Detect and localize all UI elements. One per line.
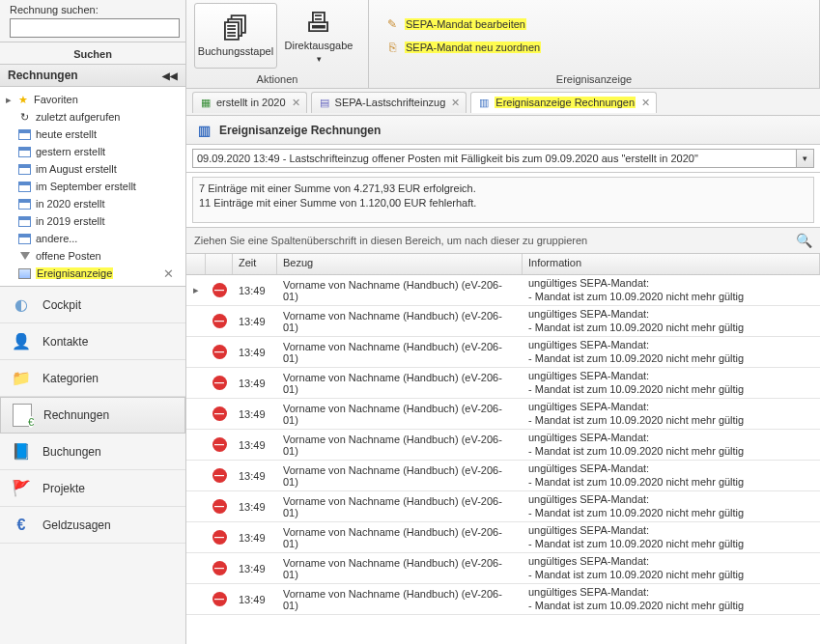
search-input[interactable] — [10, 18, 180, 38]
event-icon — [477, 96, 491, 109]
tree-september[interactable]: im September erstellt — [0, 178, 185, 195]
col-bezug[interactable]: Bezug — [277, 254, 523, 274]
chevron-down-icon: ▾ — [803, 154, 807, 163]
nav-rechnungen[interactable]: Rechnungen — [0, 397, 185, 434]
table-row[interactable]: 13:49Vorname von Nachname (Handbuch) (eV… — [186, 491, 820, 522]
cell-bezug: Vorname von Nachname (Handbuch) (eV-206-… — [277, 524, 523, 551]
collapse-icon[interactable]: ◀◀ — [162, 70, 178, 81]
search-label: Rechnung suchen: — [10, 4, 180, 15]
edit-icon — [384, 16, 400, 32]
search-button[interactable]: Suchen — [0, 42, 185, 65]
col-info[interactable]: Information — [523, 254, 820, 274]
cell-info: ungültiges SEPA-Mandat:- Mandat ist zum … — [523, 275, 820, 305]
tab-erstellt-2020[interactable]: erstellt in 2020✕ — [192, 92, 307, 113]
search-icon[interactable]: 🔍 — [796, 233, 812, 248]
dropdown-toggle[interactable]: ▾ — [797, 149, 814, 168]
calendar-icon — [199, 96, 212, 109]
cell-info: ungültiges SEPA-Mandat:- Mandat ist zum … — [523, 368, 820, 399]
tree-ereignisanzeige[interactable]: Ereignisanzeige ✕ — [0, 265, 185, 282]
nav-kategorien[interactable]: Kategorien — [0, 360, 185, 397]
table-row[interactable]: 13:49Vorname von Nachname (Handbuch) (eV… — [186, 461, 820, 491]
buchungsstapel-button[interactable]: 🗐 Buchungsstapel — [194, 3, 277, 69]
table-row[interactable]: 13:49Vorname von Nachname (Handbuch) (eV… — [186, 522, 820, 553]
calendar-icon — [17, 146, 32, 158]
error-icon — [206, 405, 233, 423]
tab-sepa[interactable]: SEPA-Lastschrifteinzug✕ — [311, 92, 467, 113]
tree-heute[interactable]: heute erstellt — [0, 126, 185, 143]
summary-box: 7 Einträge mit einer Summe von 4.271,93 … — [192, 177, 814, 223]
assign-icon — [384, 40, 400, 55]
cell-bezug: Vorname von Nachname (Handbuch) (eV-206-… — [277, 462, 523, 490]
cell-info: ungültiges SEPA-Mandat:- Mandat ist zum … — [523, 584, 820, 615]
row-indicator: ▸ — [186, 282, 206, 298]
table-row[interactable]: 13:49Vorname von Nachname (Handbuch) (eV… — [186, 337, 820, 368]
error-icon — [206, 466, 233, 485]
cell-zeit: 13:49 — [233, 283, 277, 298]
row-indicator — [186, 320, 206, 323]
sidebar-panel-title: Rechnungen — [8, 69, 78, 82]
row-indicator — [186, 536, 206, 540]
cell-bezug: Vorname von Nachname (Handbuch) (eV-206-… — [277, 308, 523, 335]
calendar-icon — [17, 198, 32, 210]
cell-info: ungültiges SEPA-Mandat:- Mandat ist zum … — [523, 399, 820, 430]
tree-2020[interactable]: in 2020 erstellt — [0, 195, 185, 212]
cell-zeit: 13:49 — [233, 437, 277, 453]
col-zeit[interactable]: Zeit — [233, 254, 277, 274]
sepa-mandat-bearbeiten[interactable]: SEPA-Mandat bearbeiten — [381, 14, 545, 34]
cockpit-icon — [10, 294, 33, 317]
cell-info: ungültiges SEPA-Mandat:- Mandat ist zum … — [523, 306, 820, 337]
tree-gestern[interactable]: gestern erstellt — [0, 143, 185, 160]
table-row[interactable]: 13:49Vorname von Nachname (Handbuch) (eV… — [186, 584, 820, 615]
star-icon: ★ — [15, 94, 30, 106]
calendar-icon — [17, 215, 32, 228]
tree-august[interactable]: im August erstellt — [0, 160, 185, 178]
group-hint: Ziehen Sie eine Spaltenüberschrift in di… — [194, 235, 587, 246]
nav-buchungen[interactable]: Buchungen — [0, 434, 185, 470]
sepa-mandat-zuordnen[interactable]: SEPA-Mandat neu zuordnen — [381, 38, 545, 57]
table-row[interactable]: 13:49Vorname von Nachname (Handbuch) (eV… — [186, 430, 820, 461]
close-icon[interactable]: ✕ — [292, 97, 300, 109]
calendar-icon — [17, 181, 32, 193]
cell-bezug: Vorname von Nachname (Handbuch) (eV-206-… — [277, 339, 523, 366]
cell-zeit: 13:49 — [233, 468, 277, 484]
cell-info: ungültiges SEPA-Mandat:- Mandat ist zum … — [523, 553, 820, 584]
wrench-icon[interactable]: ✕ — [163, 266, 174, 281]
tree-label: Favoriten — [34, 94, 78, 105]
tree-favoriten[interactable]: ▸ ★ Favoriten — [0, 91, 185, 108]
table-row[interactable]: ▸13:49Vorname von Nachname (Handbuch) (e… — [186, 275, 820, 306]
table-row[interactable]: 13:49Vorname von Nachname (Handbuch) (eV… — [186, 553, 820, 584]
nav-projekte[interactable]: Projekte — [0, 470, 185, 507]
row-indicator — [186, 412, 206, 416]
table-row[interactable]: 13:49Vorname von Nachname (Handbuch) (eV… — [186, 368, 820, 399]
event-icon: ▥ — [194, 121, 213, 140]
table-row[interactable]: 13:49Vorname von Nachname (Handbuch) (eV… — [186, 306, 820, 337]
tab-ereignisanzeige[interactable]: Ereignisanzeige Rechnungen✕ — [470, 92, 657, 113]
tree-offene-posten[interactable]: offene Posten — [0, 247, 185, 265]
cell-bezug: Vorname von Nachname (Handbuch) (eV-206-… — [277, 555, 523, 582]
print-icon: 🖶 — [305, 7, 332, 40]
tree-andere[interactable]: andere... — [0, 230, 185, 247]
table-row[interactable]: 13:49Vorname von Nachname (Handbuch) (eV… — [186, 399, 820, 430]
cell-bezug: Vorname von Nachname (Handbuch) (eV-206-… — [277, 401, 523, 428]
nav-geldzusagen[interactable]: Geldzusagen — [0, 507, 185, 544]
event-dropdown[interactable]: 09.09.2020 13:49 - Lastschrifteinzug off… — [192, 149, 797, 168]
ribbon-group-ereignis: Ereignisanzeige — [369, 71, 819, 88]
direktausgabe-button[interactable]: 🖶 Direktausgabe▾ — [277, 3, 360, 69]
stack-icon: 🗐 — [222, 13, 249, 45]
cell-bezug: Vorname von Nachname (Handbuch) (eV-206-… — [277, 432, 523, 459]
cell-bezug: Vorname von Nachname (Handbuch) (eV-206-… — [277, 277, 523, 304]
row-indicator — [186, 598, 206, 602]
close-icon[interactable]: ✕ — [641, 97, 650, 109]
cell-zeit: 13:49 — [233, 376, 277, 391]
cell-bezug: Vorname von Nachname (Handbuch) (eV-206-… — [277, 586, 523, 613]
cell-info: ungültiges SEPA-Mandat:- Mandat ist zum … — [523, 337, 820, 368]
folder-icon — [10, 367, 33, 390]
cell-info: ungültiges SEPA-Mandat:- Mandat ist zum … — [523, 430, 820, 461]
nav-cockpit[interactable]: Cockpit — [0, 287, 185, 323]
nav-kontakte[interactable]: Kontakte — [0, 323, 185, 360]
recent-icon: ↻ — [17, 111, 32, 124]
tree-zuletzt[interactable]: ↻zuletzt aufgerufen — [0, 108, 185, 126]
calendar-icon — [17, 233, 32, 245]
close-icon[interactable]: ✕ — [451, 97, 460, 109]
tree-2019[interactable]: in 2019 erstellt — [0, 212, 185, 230]
